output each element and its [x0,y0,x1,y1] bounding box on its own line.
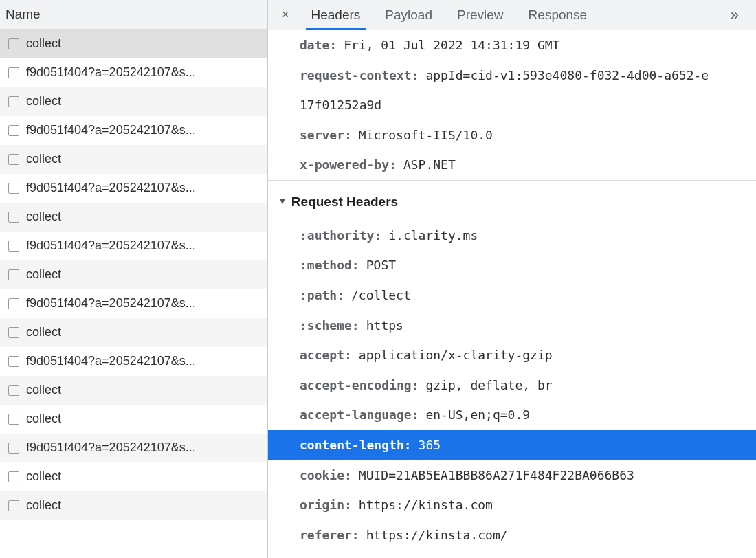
network-request-list-pane: Name collectf9d051f404?a=205242107&s...c… [0,0,268,558]
header-value: MUID=21AB5EA1BBB86A271F484F22BA066B63 [359,462,634,489]
request-row[interactable]: f9d051f404?a=205242107&s... [0,232,267,260]
request-row-label: f9d051f404?a=205242107&s... [26,181,196,195]
request-row[interactable]: collect [0,405,267,434]
checkbox-icon[interactable] [8,96,19,107]
header-value: /collect [351,282,411,309]
request-row-label: collect [26,210,61,224]
header-key: server: [300,122,352,149]
checkbox-icon[interactable] [8,327,19,338]
header-key: accept-encoding: [300,372,419,399]
checkbox-icon[interactable] [8,154,19,165]
header-value: POST [366,252,396,279]
request-detail-pane: × Headers Payload Preview Response » dat… [268,0,756,558]
header-value: https://kinsta.com/ [366,522,508,549]
checkbox-icon[interactable] [8,241,19,252]
header-row[interactable]: cookie: MUID=21AB5EA1BBB86A271F484F22BA0… [268,460,756,491]
tab-payload[interactable]: Payload [373,1,445,30]
header-row[interactable]: :method: POST [268,250,756,280]
request-row-label: f9d051f404?a=205242107&s... [26,354,196,368]
request-row-label: f9d051f404?a=205242107&s... [26,65,196,80]
header-key: :scheme: [300,312,359,339]
header-row[interactable]: date: Fri, 01 Jul 2022 14:31:19 GMT [268,30,756,60]
request-row[interactable]: collect [0,462,267,491]
checkbox-icon[interactable] [8,414,19,425]
request-row[interactable]: f9d051f404?a=205242107&s... [0,58,267,87]
header-value: Fri, 01 Jul 2022 14:31:19 GMT [344,32,559,59]
more-tabs-icon[interactable]: » [718,6,752,24]
header-value: application/x-clarity-gzip [359,342,553,369]
request-row[interactable]: f9d051f404?a=205242107&s... [0,116,267,145]
request-row-label: collect [26,152,61,166]
header-row[interactable]: request-context: appId=cid-v1:593e4080-f… [268,60,756,91]
header-row[interactable]: server: Microsoft-IIS/10.0 [268,120,756,150]
request-row[interactable]: f9d051f404?a=205242107&s... [0,289,267,318]
checkbox-icon[interactable] [8,38,19,49]
tab-preview[interactable]: Preview [445,1,516,30]
header-key: date: [300,32,337,59]
header-value: gzip, deflate, br [425,372,552,399]
header-key: :method: [300,252,359,279]
header-key: cookie: [300,462,352,489]
checkbox-icon[interactable] [8,443,19,454]
header-row[interactable]: accept-encoding: gzip, deflate, br [268,370,756,401]
header-row[interactable]: x-powered-by: ASP.NET [268,150,756,180]
header-row[interactable]: :authority: i.clarity.ms [268,221,756,251]
header-row[interactable]: content-length: 365 [268,430,756,460]
request-row-label: collect [26,498,61,513]
header-key: referer: [300,522,359,549]
request-row-label: collect [26,412,61,426]
checkbox-icon[interactable] [8,125,19,136]
request-row-label: collect [26,469,61,484]
request-headers-section-toggle[interactable]: ▼Request Headers [268,180,756,221]
header-key: origin: [300,491,352,519]
header-row[interactable]: accept: application/x-clarity-gzip [268,340,756,370]
name-column-header[interactable]: Name [0,0,267,30]
request-row[interactable]: collect [0,203,267,232]
checkbox-icon[interactable] [8,67,19,78]
checkbox-icon[interactable] [8,500,19,511]
request-row-label: collect [26,267,61,282]
tab-headers[interactable]: Headers [299,1,373,30]
checkbox-icon[interactable] [8,269,19,280]
header-row[interactable]: origin: https://kinsta.com [268,490,756,520]
header-row[interactable]: :scheme: https [268,311,756,341]
header-key: accept-language: [300,401,419,429]
checkbox-icon[interactable] [8,356,19,367]
header-value: 365 [419,432,441,459]
request-row[interactable]: collect [0,491,267,520]
request-row[interactable]: collect [0,260,267,289]
header-value: Microsoft-IIS/10.0 [359,122,493,149]
header-key: request-context: [300,62,419,89]
checkbox-icon[interactable] [8,212,19,223]
header-value: i.clarity.ms [388,222,478,249]
request-row[interactable]: collect [0,318,267,347]
request-row[interactable]: collect [0,30,267,58]
header-row-continuation: 17f01252a9d [268,90,756,120]
header-key: :authority: [300,222,381,249]
request-row-label: f9d051f404?a=205242107&s... [26,440,196,455]
request-row-label: collect [26,36,61,51]
header-value: 17f01252a9d [300,91,381,119]
checkbox-icon[interactable] [8,471,19,482]
request-row[interactable]: collect [0,376,267,405]
header-value: https://kinsta.com [359,491,493,519]
detail-tabbar: × Headers Payload Preview Response » [268,0,756,30]
section-title: Request Headers [291,188,398,216]
header-row[interactable]: :path: /collect [268,280,756,311]
headers-detail-scroll[interactable]: date: Fri, 01 Jul 2022 14:31:19 GMTreque… [268,30,756,558]
checkbox-icon[interactable] [8,298,19,309]
checkbox-icon[interactable] [8,385,19,396]
header-value: appId=cid-v1:593e4080-f032-4d00-a652-e [425,62,709,89]
request-row[interactable]: collect [0,145,267,174]
request-row[interactable]: f9d051f404?a=205242107&s... [0,434,267,462]
request-row[interactable]: collect [0,87,267,116]
request-row-label: collect [26,325,61,339]
request-row-label: collect [26,94,61,109]
request-row[interactable]: f9d051f404?a=205242107&s... [0,174,267,203]
close-icon[interactable]: × [272,8,299,22]
tab-response[interactable]: Response [516,1,600,30]
request-row[interactable]: f9d051f404?a=205242107&s... [0,347,267,376]
header-row[interactable]: referer: https://kinsta.com/ [268,520,756,550]
checkbox-icon[interactable] [8,183,19,194]
header-row[interactable]: accept-language: en-US,en;q=0.9 [268,400,756,430]
